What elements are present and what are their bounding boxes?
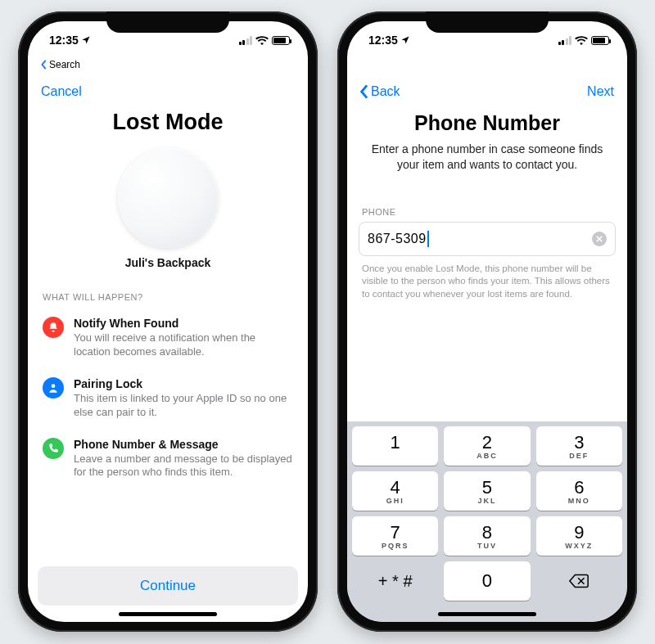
phone-input[interactable]: 867-5309: [359, 222, 616, 256]
page-title: Phone Number: [347, 111, 627, 135]
phone-input-value: 867-5309: [368, 232, 427, 246]
feature-desc: You will receive a notification when the…: [74, 331, 293, 359]
keypad-key-9[interactable]: 9WXYZ: [536, 516, 622, 556]
battery-icon: [272, 36, 290, 45]
home-indicator[interactable]: [119, 612, 217, 616]
feature-desc: Leave a number and message to be display…: [74, 453, 293, 480]
person-icon: [43, 377, 64, 399]
airtag-image: [118, 148, 218, 248]
delete-icon: [568, 573, 590, 589]
clear-input-button[interactable]: [592, 232, 607, 246]
cellular-icon: [239, 36, 253, 45]
continue-button[interactable]: Continue: [38, 566, 298, 606]
text-caret: [427, 231, 429, 247]
helper-text: Once you enable Lost Mode, this phone nu…: [347, 256, 627, 308]
status-time: 12:35: [49, 34, 79, 47]
keypad-key-1[interactable]: 1: [352, 426, 438, 466]
chevron-left-icon: [360, 84, 369, 99]
feature-phone: Phone Number & Message Leave a number an…: [28, 431, 308, 492]
wifi-icon: [575, 35, 588, 45]
keypad-key-0[interactable]: 0: [444, 561, 530, 601]
screen-lost-mode: 12:35 Search Cancel Lost Mode Juli's Bac…: [28, 21, 308, 622]
feature-pairing: Pairing Lock This item is linked to your…: [28, 371, 308, 431]
keypad-key-4[interactable]: 4GHI: [352, 471, 438, 511]
keypad-key-3[interactable]: 3DEF: [536, 426, 622, 466]
next-button[interactable]: Next: [587, 84, 614, 99]
screen-phone-number: 12:35 x Back Next Phone Number Enter a p…: [347, 21, 627, 622]
phone-left: 12:35 Search Cancel Lost Mode Juli's Bac…: [18, 11, 318, 632]
keypad-key-6[interactable]: 6MNO: [536, 471, 622, 511]
item-name: Juli's Backpack: [28, 256, 308, 269]
feature-title: Pairing Lock: [74, 377, 293, 390]
feature-title: Phone Number & Message: [74, 438, 293, 451]
feature-desc: This item is linked to your Apple ID so …: [74, 392, 293, 420]
battery-icon: [591, 36, 609, 45]
feature-title: Notify When Found: [74, 317, 293, 330]
chevron-left-icon: [41, 60, 47, 70]
notch: [106, 11, 229, 33]
x-icon: [596, 236, 603, 242]
notch: [426, 11, 549, 33]
svg-point-0: [52, 384, 56, 388]
feature-notify: Notify When Found You will receive a not…: [28, 310, 308, 371]
page-title: Lost Mode: [28, 110, 308, 135]
keypad-symbols[interactable]: + * #: [352, 561, 438, 601]
numeric-keypad: 1 2ABC3DEF4GHI5JKL6MNO7PQRS8TUV9WXYZ+ * …: [347, 421, 627, 622]
nav-bar: Back Next: [347, 75, 627, 108]
location-arrow-icon: [400, 35, 410, 45]
keypad-key-5[interactable]: 5JKL: [444, 471, 530, 511]
keypad-key-2[interactable]: 2ABC: [444, 426, 530, 466]
location-arrow-icon: [81, 35, 91, 45]
wifi-icon: [255, 35, 269, 45]
phone-field-label: PHONE: [347, 173, 627, 222]
page-subtitle: Enter a phone number in case someone fin…: [347, 135, 627, 173]
phone-icon: [43, 438, 64, 459]
bell-icon: [43, 317, 64, 338]
back-button[interactable]: Back: [360, 84, 400, 99]
cancel-button[interactable]: Cancel: [41, 84, 82, 99]
keypad-key-7[interactable]: 7PQRS: [352, 516, 438, 556]
keypad-delete[interactable]: [536, 561, 622, 601]
home-indicator[interactable]: [438, 612, 536, 616]
section-label: WHAT WILL HAPPEN?: [28, 286, 308, 310]
status-time: 12:35: [368, 34, 398, 47]
nav-bar: Cancel: [28, 75, 308, 108]
cellular-icon: [558, 36, 572, 45]
breadcrumb-back[interactable]: Search: [28, 54, 308, 75]
keypad-key-8[interactable]: 8TUV: [444, 516, 530, 556]
phone-right: 12:35 x Back Next Phone Number Enter a p…: [337, 11, 637, 632]
